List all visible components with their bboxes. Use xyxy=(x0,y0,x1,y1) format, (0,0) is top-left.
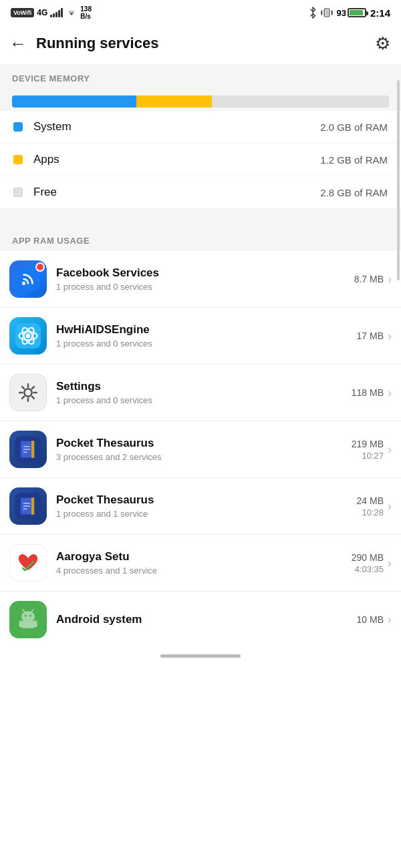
pocket2-app-size: 24 MB xyxy=(357,495,384,506)
aarogya-app-icon xyxy=(9,544,47,582)
facebook-app-info: Facebook Services 1 process and 0 servic… xyxy=(47,266,354,292)
hw-app-icon xyxy=(9,317,47,355)
memory-bar xyxy=(12,95,389,107)
free-dot xyxy=(13,188,23,197)
pocket2-app-name: Pocket Thesaurus xyxy=(56,493,348,507)
settings-chevron-icon: › xyxy=(388,386,392,400)
settings-app-meta: 118 MB xyxy=(352,387,384,398)
settings-gear-icon xyxy=(15,379,41,406)
hw-app-info: HwHiAIDSEngine 1 process and 0 services xyxy=(47,323,357,349)
pocket1-app-info: Pocket Thesaurus 3 processes and 2 servi… xyxy=(47,437,352,462)
home-indicator-bar xyxy=(0,648,401,663)
signal-bars xyxy=(50,8,63,17)
aarogya-app-name: Aarogya Setu xyxy=(56,550,342,564)
vibration-icon xyxy=(321,7,333,18)
app-row-facebook[interactable]: Facebook Services 1 process and 0 servic… xyxy=(0,251,401,308)
device-memory-header: DEVICE MEMORY xyxy=(0,64,401,89)
svg-rect-18 xyxy=(31,441,34,458)
android-logo-icon xyxy=(15,606,41,633)
status-right: 93 2:14 xyxy=(309,7,391,19)
android-app-size: 10 MB xyxy=(357,614,384,625)
settings-app-info: Settings 1 process and 0 services xyxy=(47,380,352,405)
pocket1-app-meta: 219 MB 10:27 xyxy=(352,439,384,461)
notification-dot xyxy=(35,262,45,272)
toolbar-left: ← Running services xyxy=(7,32,158,55)
section-divider xyxy=(0,220,401,225)
status-bar: VoWifi 4G 138 B/s xyxy=(0,0,401,24)
svg-point-9 xyxy=(26,334,31,339)
aarogya-logo-icon xyxy=(13,548,43,578)
device-memory-section: DEVICE MEMORY System 2.0 GB of RAM Apps … xyxy=(0,64,401,220)
svg-point-7 xyxy=(22,282,25,285)
hw-app-size: 17 MB xyxy=(357,331,384,341)
free-value: 2.8 GB of RAM xyxy=(320,187,388,198)
svg-rect-36 xyxy=(19,620,22,627)
settings-app-name: Settings xyxy=(56,380,342,393)
svg-rect-35 xyxy=(21,620,35,628)
wifi-icon xyxy=(65,8,78,17)
pocket2-app-info: Pocket Thesaurus 1 process and 1 service xyxy=(47,493,357,519)
facebook-app-icon xyxy=(9,260,47,298)
back-button[interactable]: ← xyxy=(7,32,29,55)
home-indicator-pill[interactable] xyxy=(160,654,241,658)
facebook-app-sub: 1 process and 0 services xyxy=(56,282,345,292)
time-display: 2:14 xyxy=(370,7,390,19)
free-label: Free xyxy=(33,186,57,199)
pocket1-app-time: 10:27 xyxy=(362,451,384,461)
aarogya-app-time: 4:03:35 xyxy=(355,564,384,574)
hw-app-name: HwHiAIDSEngine xyxy=(56,323,348,337)
pocket1-app-sub: 3 processes and 2 services xyxy=(56,452,342,462)
pocket1-app-size: 219 MB xyxy=(352,439,384,449)
pocket2-app-icon xyxy=(9,487,47,525)
system-value: 2.0 GB of RAM xyxy=(320,122,388,133)
svg-rect-37 xyxy=(34,620,37,627)
settings-button[interactable]: ⚙ xyxy=(375,33,390,54)
pocket2-app-time: 10:28 xyxy=(362,507,384,517)
memory-item-system: System 2.0 GB of RAM xyxy=(0,111,401,143)
bluetooth-icon xyxy=(309,7,317,19)
app-row-android[interactable]: Android system 10 MB › xyxy=(0,592,401,648)
app-row-pocket2[interactable]: Pocket Thesaurus 1 process and 1 service… xyxy=(0,478,401,535)
pocket1-app-name: Pocket Thesaurus xyxy=(56,437,342,450)
system-dot xyxy=(13,122,23,132)
scrollbar[interactable] xyxy=(397,80,400,280)
hw-logo-icon xyxy=(15,323,41,349)
pocket1-app-icon xyxy=(9,431,47,468)
android-chevron-icon: › xyxy=(388,613,392,627)
app-row-hw[interactable]: HwHiAIDSEngine 1 process and 0 services … xyxy=(0,308,401,365)
pocket2-chevron-icon: › xyxy=(388,499,392,513)
settings-app-sub: 1 process and 0 services xyxy=(56,395,342,405)
pocket1-chevron-icon: › xyxy=(388,443,392,457)
app-row-pocket1[interactable]: Pocket Thesaurus 3 processes and 2 servi… xyxy=(0,421,401,478)
aarogya-app-sub: 4 processes and 1 service xyxy=(56,566,342,576)
memory-item-apps: Apps 1.2 GB of RAM xyxy=(0,144,401,176)
pocket1-logo-icon xyxy=(15,436,41,463)
hw-app-meta: 17 MB xyxy=(357,331,384,341)
pocket2-app-meta: 24 MB 10:28 xyxy=(357,495,384,517)
aarogya-app-meta: 290 MB 4:03:35 xyxy=(352,552,384,574)
app-row-aarogya[interactable]: Aarogya Setu 4 processes and 1 service 2… xyxy=(0,535,401,592)
download-speed: 138 B/s xyxy=(80,5,92,20)
settings-app-icon xyxy=(9,374,47,411)
hw-app-sub: 1 process and 0 services xyxy=(56,339,348,349)
app-row-settings[interactable]: Settings 1 process and 0 services 118 MB… xyxy=(0,365,401,421)
memory-bar-container xyxy=(0,89,401,110)
apps-label: Apps xyxy=(33,153,59,166)
android-app-meta: 10 MB xyxy=(357,614,384,625)
facebook-app-size: 8.7 MB xyxy=(354,274,384,284)
page-title: Running services xyxy=(36,35,158,52)
hw-chevron-icon: › xyxy=(388,329,392,343)
pocket2-app-sub: 1 process and 1 service xyxy=(56,509,348,519)
settings-app-size: 118 MB xyxy=(352,387,384,398)
android-app-info: Android system xyxy=(47,613,357,626)
network-type: 4G xyxy=(37,8,47,17)
battery-indicator: 93 xyxy=(337,8,366,18)
vowifi-badge: VoWifi xyxy=(11,8,34,17)
status-left: VoWifi 4G 138 B/s xyxy=(11,5,92,20)
aarogya-app-size: 290 MB xyxy=(352,552,384,563)
aarogya-app-info: Aarogya Setu 4 processes and 1 service xyxy=(47,550,352,576)
app-ram-usage-header: APP RAM USAGE xyxy=(0,225,401,251)
apps-dot xyxy=(13,155,23,164)
facebook-app-meta: 8.7 MB xyxy=(354,274,384,284)
svg-point-32 xyxy=(29,615,31,617)
